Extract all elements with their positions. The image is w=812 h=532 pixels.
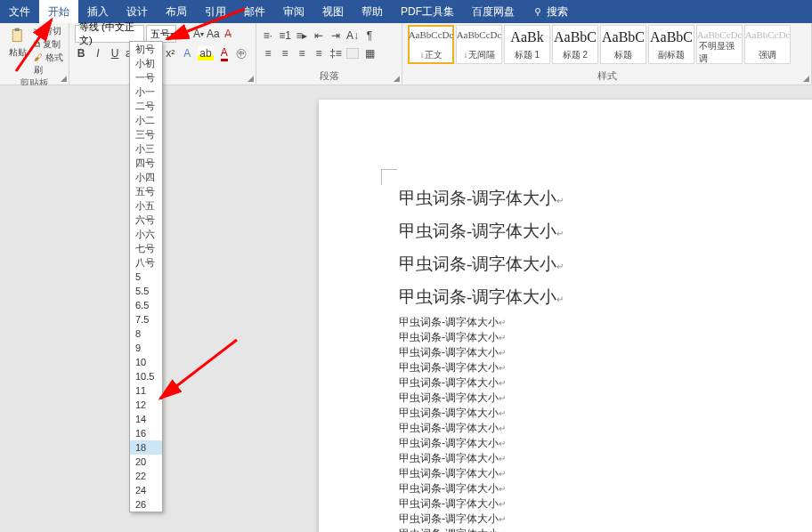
multilevel-button[interactable]: ≡▸ [296,28,308,43]
doc-line-small[interactable]: 甲虫词条-调字体大小↵ [399,481,782,496]
font-size-option[interactable]: 14 [130,412,162,426]
font-size-option[interactable]: 二号 [130,99,162,113]
doc-line-small[interactable]: 甲虫词条-调字体大小↵ [399,375,782,391]
font-size-option[interactable]: 5.5 [130,284,162,298]
shading-button[interactable] [346,48,359,59]
tab-file[interactable]: 文件 [0,0,39,23]
increase-indent-button[interactable]: ⇥ [329,28,342,43]
justify-button[interactable]: ≡ [313,46,325,60]
font-size-option[interactable]: 7.5 [130,312,162,326]
font-size-option[interactable]: 小三 [130,141,162,156]
doc-line-large[interactable]: 甲虫词条-调字体大小↵ [399,216,782,249]
font-size-option[interactable]: 6.5 [130,298,162,312]
font-size-option[interactable]: 小四 [130,170,162,184]
font-size-option[interactable]: 20 [130,455,162,469]
sort-button[interactable]: A↓ [346,28,359,43]
tab-review[interactable]: 审阅 [274,0,313,23]
font-size-option[interactable]: 五号 [130,184,162,198]
dialog-launcher-icon[interactable]: ◢ [394,74,400,83]
font-size-option[interactable]: 小五 [130,198,162,213]
font-size-option[interactable]: 一号 [130,70,162,85]
paste-button[interactable]: 粘贴 [5,25,30,60]
font-size-option[interactable]: 11 [130,383,162,398]
font-size-option[interactable]: 四号 [130,156,162,170]
font-size-option[interactable]: 16 [130,426,162,440]
tab-help[interactable]: 帮助 [353,0,392,23]
doc-line-small[interactable]: 甲虫词条-调字体大小↵ [399,451,782,466]
doc-line-small[interactable]: 甲虫词条-调字体大小↵ [399,527,782,532]
font-size-option[interactable]: 9 [130,341,162,355]
font-size-option[interactable]: 小六 [130,227,162,241]
italic-button[interactable]: I [92,46,104,60]
doc-line-large[interactable]: 甲虫词条-调字体大小↵ [399,282,782,315]
font-size-option[interactable]: 5 [130,270,162,284]
enclose-button[interactable]: ㊥ [235,46,248,60]
change-case-button[interactable]: Aa [207,27,220,41]
font-size-option[interactable]: 10.5 [130,369,162,383]
tab-pdf[interactable]: PDF工具集 [392,0,463,23]
tab-layout[interactable]: 布局 [157,0,196,23]
doc-line-large[interactable]: 甲虫词条-调字体大小↵ [399,183,782,216]
style-gallery[interactable]: AaBbCcDc↓正文AaBbCcDc↓无间隔AaBk标题 1AaBbC标题 2… [408,25,792,64]
doc-line-small[interactable]: 甲虫词条-调字体大小↵ [399,360,782,375]
tab-search[interactable]: 搜索 [524,0,577,23]
style-card[interactable]: AaBk标题 1 [504,25,550,64]
tab-references[interactable]: 引用 [196,0,235,23]
style-card[interactable]: AaBbCcDc不明显强调 [696,25,743,64]
font-size-option[interactable]: 小一 [130,85,162,99]
style-card[interactable]: AaBbC标题 [600,25,646,64]
show-marks-button[interactable]: ¶ [363,28,376,43]
font-size-option[interactable]: 10 [130,355,162,369]
dialog-launcher-icon[interactable]: ◢ [248,74,254,83]
align-left-button[interactable]: ≡ [262,46,274,60]
text-effects-button[interactable]: A [181,46,193,60]
format-painter-button[interactable]: 🖌 格式刷 [34,52,63,77]
align-center-button[interactable]: ≡ [279,46,291,60]
page[interactable]: 甲虫词条-调字体大小↵甲虫词条-调字体大小↵甲虫词条-调字体大小↵甲虫词条-调字… [319,100,812,532]
style-card[interactable]: AaBbCcDc↓正文 [408,25,454,64]
decrease-indent-button[interactable]: ⇤ [313,28,325,43]
doc-line-small[interactable]: 甲虫词条-调字体大小↵ [399,496,782,512]
doc-line-small[interactable]: 甲虫词条-调字体大小↵ [399,436,782,451]
doc-line-small[interactable]: 甲虫词条-调字体大小↵ [399,330,782,345]
doc-line-small[interactable]: 甲虫词条-调字体大小↵ [399,512,782,527]
highlight-button[interactable]: ab [198,46,213,60]
tab-baidu[interactable]: 百度网盘 [463,0,524,23]
underline-button[interactable]: U [109,46,121,60]
font-size-option[interactable]: 八号 [130,255,162,270]
style-card[interactable]: AaBbC标题 2 [552,25,598,64]
style-card[interactable]: AaBbCcDc强调 [744,25,791,64]
dialog-launcher-icon[interactable]: ◢ [803,74,809,83]
cut-button[interactable]: ✂ 剪切 [34,25,63,37]
style-card[interactable]: AaBbCcDc↓无间隔 [456,25,502,64]
font-size-option[interactable]: 22 [130,469,162,483]
font-size-option[interactable]: 三号 [130,127,162,141]
font-size-option[interactable]: 初号 [130,42,162,56]
line-spacing-button[interactable]: ‡≡ [329,46,342,60]
doc-line-small[interactable]: 甲虫词条-调字体大小↵ [399,421,782,436]
style-card[interactable]: AaBbC副标题 [648,25,694,64]
bullets-button[interactable]: ≡· [262,28,274,43]
align-right-button[interactable]: ≡ [296,46,308,60]
font-color-button[interactable]: A [218,46,231,60]
numbering-button[interactable]: ≡1 [279,28,291,43]
doc-line-small[interactable]: 甲虫词条-调字体大小↵ [399,345,782,360]
tab-home[interactable]: 开始 [39,0,78,23]
font-size-option[interactable]: 小初 [130,56,162,70]
shrink-font-button[interactable]: A▾ [192,27,205,41]
font-size-option[interactable]: 七号 [130,241,162,255]
font-size-option[interactable]: 小二 [130,113,162,127]
font-size-combo[interactable]: 五号▾ [146,25,176,43]
doc-line-small[interactable]: 甲虫词条-调字体大小↵ [399,466,782,481]
dialog-launcher-icon[interactable]: ◢ [61,74,67,83]
borders-button[interactable]: ▦ [363,46,376,60]
doc-line-small[interactable]: 甲虫词条-调字体大小↵ [399,391,782,406]
doc-line-large[interactable]: 甲虫词条-调字体大小↵ [399,249,782,282]
font-size-option[interactable]: 12 [130,398,162,412]
font-size-option[interactable]: 8 [130,326,162,341]
font-size-option[interactable]: 18 [130,440,162,455]
doc-line-small[interactable]: 甲虫词条-调字体大小↵ [399,315,782,330]
page-content[interactable]: 甲虫词条-调字体大小↵甲虫词条-调字体大小↵甲虫词条-调字体大小↵甲虫词条-调字… [399,183,782,532]
bold-button[interactable]: B [75,46,87,60]
tab-view[interactable]: 视图 [313,0,353,23]
